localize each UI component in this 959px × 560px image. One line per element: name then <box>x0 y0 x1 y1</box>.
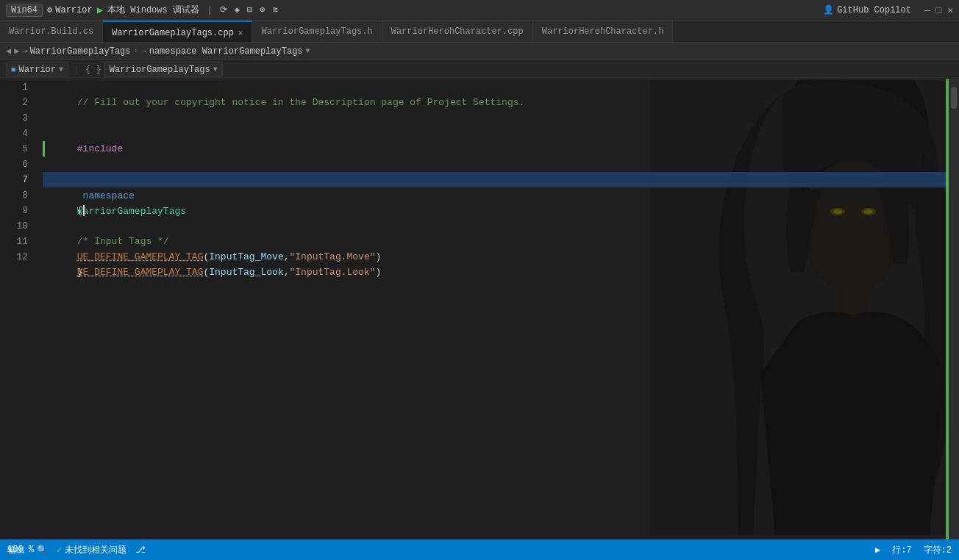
line-num-11: 11 <box>0 234 28 249</box>
editor-container: 1 2 3 4 5 6 7 8 9 10 11 12 // Fill out y… <box>0 79 959 539</box>
branch-selector[interactable]: ⎇ <box>135 545 146 556</box>
toolbar-icons: ⟳ <box>220 4 227 15</box>
toolbar-icons4: ⊕ <box>260 4 265 15</box>
code-line-3 <box>43 110 959 126</box>
toolbar-sep: | <box>207 4 213 15</box>
copilot-icon: 👤 <box>823 4 834 15</box>
no-issues-label: 未找到相关问题 <box>65 544 126 556</box>
macro-name-10: UE_DEFINE_GAMEPLAY_TAG <box>77 267 204 278</box>
symbol-chevron-1[interactable]: ▼ <box>59 65 63 73</box>
tab-warrior-gameplay-tags-h[interactable]: WarriorGameplayTags.h <box>252 21 382 42</box>
project-dropdown[interactable]: ⚙ Warrior <box>47 4 93 15</box>
gear-icon: ⚙ <box>47 4 52 15</box>
breadcrumb-item-1[interactable]: → WarriorGameplayTags <box>22 46 130 57</box>
tab-label: WarriorGameplayTags.h <box>261 26 372 37</box>
code-line-1: // Fill out your copyright notice in the… <box>43 79 959 95</box>
symbol-chevron-2[interactable]: ▼ <box>213 65 218 73</box>
code-line-7: { <box>43 172 959 187</box>
breadcrumb-sep: › <box>134 47 138 55</box>
run-button[interactable]: ▶ <box>97 4 103 16</box>
tab-label: WarriorHerohCharacter.h <box>542 26 664 37</box>
toolbar-icons3: ⊟ <box>247 4 252 15</box>
line-num-6: 6 <box>0 157 28 172</box>
line-numbers: 1 2 3 4 5 6 7 8 9 10 11 12 <box>0 79 37 539</box>
toolbar-icons2: ◈ <box>235 4 240 15</box>
platform-selector[interactable]: Win64 <box>6 4 43 17</box>
breadcrumb-bar: ◀ ▶ → WarriorGameplayTags › → namespace … <box>0 43 959 60</box>
tab-close-icon[interactable]: ✕ <box>238 28 243 37</box>
symbol-bar: ■ Warrior ▼ | { } WarriorGameplayTags ▼ <box>0 60 959 79</box>
tab-label: Warrior.Build.cs <box>9 26 93 37</box>
branch-icon: ⎇ <box>135 545 146 556</box>
output-label: 输出 <box>7 544 25 556</box>
issues-indicator[interactable]: ✓ 未找到相关问题 <box>57 544 126 556</box>
code-line-2 <box>43 95 959 110</box>
line-num-12: 12 <box>0 249 28 265</box>
code-line-4: #include "WarriorGameplayTags.h" <box>43 126 959 141</box>
breadcrumb-nav-right[interactable]: ▶ <box>14 46 19 57</box>
tab-warrior-gameplay-tags-cpp[interactable]: WarriorGameplayTags.cpp ✕ <box>103 21 252 42</box>
symbol-divider: | <box>71 65 82 75</box>
tab-warrior-heroh-character-cpp[interactable]: WarriorHerohCharacter.cpp <box>382 21 533 42</box>
zoom-icon: 🔍 <box>37 545 48 556</box>
line-num-2: 2 <box>0 95 28 110</box>
code-line-10: UE_DEFINE_GAMEPLAY_TAG(InputTag_Look,"In… <box>43 218 959 234</box>
line-num-8: 8 <box>0 187 28 203</box>
breadcrumb-dropdown[interactable]: ▼ <box>306 47 310 55</box>
brace-close: } <box>77 267 83 278</box>
line-num-1: 1 <box>0 79 28 95</box>
status-right: ▶ 行:7 字符:2 <box>875 544 952 556</box>
symbol-section-1[interactable]: ■ Warrior ▼ <box>6 62 68 77</box>
toolbar-icons5: ≋ <box>272 4 277 15</box>
debug-label: 本地 Windows 调试器 <box>107 4 199 16</box>
line-info[interactable]: 行:7 <box>892 544 911 556</box>
code-line-9: UE_DEFINE_GAMEPLAY_TAG(InputTag_Move,"In… <box>43 203 959 218</box>
code-line-11: } <box>43 234 959 249</box>
symbol-icon-1: ■ <box>11 65 16 74</box>
line-num-10: 10 <box>0 218 28 234</box>
nav-right-icon[interactable]: ▶ <box>875 545 880 556</box>
window-controls[interactable]: — □ ✕ <box>924 4 953 16</box>
status-bar: 100 % 🔍 ✓ 未找到相关问题 ⎇ ▶ 行:7 字符:2 <box>0 539 959 560</box>
tab-warrior-heroh-character-h[interactable]: WarriorHerohCharacter.h <box>533 21 674 42</box>
code-line-12 <box>43 249 959 265</box>
line-num-7: 7 <box>0 172 28 187</box>
line-num-9: 9 <box>0 203 28 218</box>
tab-label: WarriorGameplayTags.cpp <box>112 28 234 38</box>
output-section[interactable]: 输出 <box>0 539 32 560</box>
tab-warrior-build[interactable]: Warrior.Build.cs <box>0 21 103 42</box>
symbol-section-2[interactable]: WarriorGameplayTags ▼ <box>104 62 223 77</box>
code-editor[interactable]: // Fill out your copyright notice in the… <box>37 79 959 539</box>
vertical-scrollbar[interactable] <box>949 79 959 539</box>
tab-bar: Warrior.Build.cs WarriorGameplayTags.cpp… <box>0 21 959 43</box>
scrollbar-thumb[interactable] <box>951 87 957 109</box>
breadcrumb-icon-1: → <box>22 46 27 57</box>
copilot-label[interactable]: 👤 GitHub Copilot <box>823 4 911 15</box>
breadcrumb-item-2[interactable]: namespace WarriorGameplayTags <box>149 46 303 57</box>
code-line-6: ▼ namespace WarriorGameplayTags <box>43 157 959 172</box>
tab-label: WarriorHerohCharacter.cpp <box>391 26 524 37</box>
line-num-5: 5 <box>0 141 28 157</box>
breadcrumb-nav-left[interactable]: ◀ <box>6 46 11 57</box>
symbol-braces: { } <box>85 65 101 75</box>
code-line-8: /* Input Tags */ <box>43 187 959 203</box>
code-line-5 <box>43 141 959 157</box>
breadcrumb-arrow-mid: → <box>141 46 146 57</box>
line-num-4: 4 <box>0 126 28 141</box>
col-info: 字符:2 <box>924 544 952 556</box>
line-num-3: 3 <box>0 110 28 126</box>
title-bar: Win64 ⚙ Warrior ▶ 本地 Windows 调试器 | ⟳ ◈ ⊟… <box>0 0 959 21</box>
check-icon: ✓ <box>57 545 62 556</box>
